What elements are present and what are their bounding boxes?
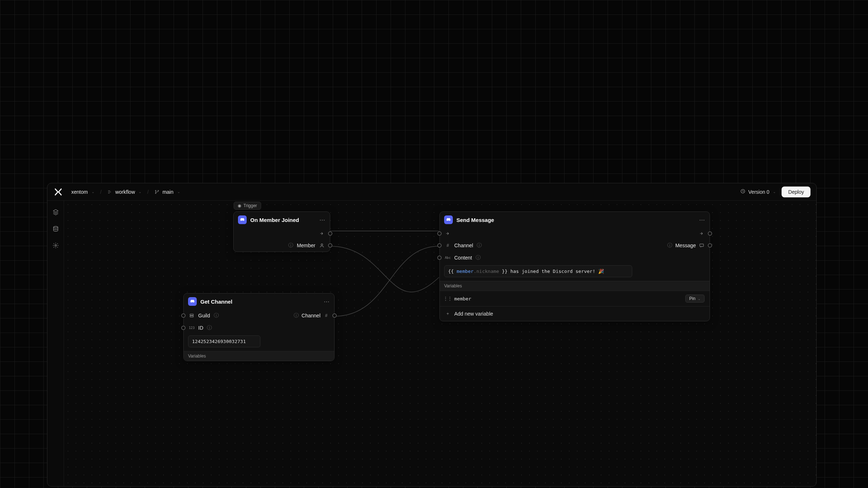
node-menu-button[interactable]: ⋯ <box>319 217 326 223</box>
input-channel-label: Channel <box>454 243 473 248</box>
version-label: Version 0 <box>748 189 769 195</box>
svg-point-0 <box>156 190 156 191</box>
node-get-channel[interactable]: Get Channel ⋯ Guild ⓘ ⓘ Channel # <box>183 293 335 361</box>
node-title: Get Channel <box>200 299 320 305</box>
io-row-guild-channel: Guild ⓘ ⓘ Channel # <box>184 309 334 322</box>
add-variable-label: Add new variable <box>454 311 493 317</box>
tmpl-prop: nickname <box>476 269 499 274</box>
port-out-message[interactable] <box>708 243 712 248</box>
branch-icon <box>154 189 159 194</box>
pin-selector[interactable]: Pin ⌄ <box>685 295 705 303</box>
output-channel-label: Channel <box>302 313 320 318</box>
chevron-updown-icon: ⌄ <box>92 190 94 194</box>
id-value: 1242523426930032731 <box>192 339 246 344</box>
info-icon[interactable]: ⓘ <box>214 312 219 319</box>
breadcrumb-separator: / <box>147 189 149 195</box>
flow-out-icon <box>699 231 705 236</box>
svg-point-2 <box>158 190 159 191</box>
text-icon: Abc <box>445 255 451 261</box>
version-selector[interactable]: Version 0 ⌄ <box>737 187 779 196</box>
sidebar-data-button[interactable] <box>50 223 61 235</box>
node-header: On Member Joined ⋯ <box>234 212 330 228</box>
tmpl-var: member <box>456 269 473 274</box>
database-icon <box>52 226 59 232</box>
info-icon[interactable]: ⓘ <box>476 254 481 261</box>
bolt-icon: ◉ <box>238 203 241 208</box>
breadcrumb-separator: / <box>100 189 102 195</box>
output-row-member: ⓘ Member <box>234 239 330 252</box>
workflow-canvas[interactable]: ◉ Trigger On Member Joined ⋯ <box>64 201 816 486</box>
info-icon[interactable]: ⓘ <box>207 325 212 331</box>
hash-icon: # <box>323 313 329 318</box>
input-id-label: ID <box>198 325 203 331</box>
pin-label: Pin <box>689 296 695 301</box>
node-menu-button[interactable]: ⋯ <box>324 298 330 305</box>
port-in-content[interactable] <box>437 256 442 260</box>
add-variable-button[interactable]: + Add new variable <box>440 306 710 321</box>
breadcrumb-branch[interactable]: main ⌄ <box>152 188 182 196</box>
discord-icon <box>238 215 247 224</box>
port-out-member[interactable] <box>328 243 332 248</box>
port-in-flow[interactable] <box>437 231 442 236</box>
chevron-updown-icon: ⌄ <box>698 297 701 301</box>
breadcrumb-org-label: xentom <box>71 189 88 195</box>
info-icon[interactable]: ⓘ <box>477 242 482 249</box>
tmpl-tail: has joined the Discord server! 🎉 <box>507 269 604 274</box>
number-icon: 123 <box>189 325 195 331</box>
port-out-flow[interactable] <box>708 231 712 236</box>
info-icon[interactable]: ⓘ <box>667 242 672 249</box>
node-send-message[interactable]: Send Message ⋯ <box>439 211 710 321</box>
app-logo[interactable] <box>53 187 63 197</box>
input-row-content: Abc Content ⓘ <box>440 252 710 264</box>
discord-icon <box>188 297 197 306</box>
svg-point-1 <box>156 193 156 193</box>
variable-row: ⋮⋮ member Pin ⌄ <box>440 291 710 306</box>
user-icon <box>319 243 325 248</box>
node-header: Get Channel ⋯ <box>184 294 334 309</box>
breadcrumb-org[interactable]: xentom ⌄ <box>69 188 97 196</box>
node-title: On Member Joined <box>250 217 316 223</box>
port-in-channel[interactable] <box>437 243 442 248</box>
server-icon <box>189 313 195 318</box>
node-tag-label: Trigger <box>243 203 257 208</box>
tmpl-open: {{ <box>448 269 456 274</box>
plus-icon: + <box>445 311 451 317</box>
output-label: Member <box>297 243 315 248</box>
layers-icon <box>52 209 59 215</box>
io-row-channel-message: # Channel ⓘ ⓘ Message <box>440 239 710 252</box>
svg-rect-9 <box>700 244 704 247</box>
port-in-id[interactable] <box>181 326 186 330</box>
port-out-channel[interactable] <box>332 313 337 318</box>
flow-out-icon <box>319 231 325 236</box>
breadcrumb-project[interactable]: workflow ⌄ <box>105 188 144 196</box>
discord-icon <box>444 215 453 224</box>
variables-section-header[interactable]: Variables <box>184 351 334 361</box>
info-icon[interactable]: ⓘ <box>288 242 293 249</box>
input-row-id: 123 ID ⓘ <box>184 322 334 334</box>
breadcrumb-branch-label: main <box>162 189 173 195</box>
svg-rect-8 <box>190 316 193 317</box>
info-icon[interactable]: ⓘ <box>294 312 299 319</box>
breadcrumb-project-label: workflow <box>115 189 135 195</box>
left-sidebar <box>47 201 64 486</box>
port-in-guild[interactable] <box>181 313 186 318</box>
variable-name: member <box>454 296 471 301</box>
sidebar-settings-button[interactable] <box>50 240 61 251</box>
node-title: Send Message <box>456 217 695 223</box>
app-body: ◉ Trigger On Member Joined ⋯ <box>47 201 816 486</box>
input-guild-label: Guild <box>198 313 210 318</box>
tmpl-close: }} <box>499 269 507 274</box>
output-row-flow <box>234 228 330 239</box>
id-value-input[interactable]: 1242523426930032731 <box>188 335 260 347</box>
node-menu-button[interactable]: ⋯ <box>699 217 705 223</box>
top-bar: xentom ⌄ / workflow ⌄ / main ⌄ <box>47 183 816 201</box>
port-out-flow[interactable] <box>328 231 332 236</box>
workflow-icon <box>107 189 112 194</box>
sidebar-layers-button[interactable] <box>50 206 61 218</box>
node-on-member-joined[interactable]: ◉ Trigger On Member Joined ⋯ <box>233 211 330 252</box>
content-template-input[interactable]: {{ member.nickname }} has joined the Dis… <box>444 265 632 277</box>
chevron-updown-icon: ⌄ <box>139 190 141 194</box>
variables-section-header[interactable]: Variables <box>440 281 710 291</box>
deploy-button[interactable]: Deploy <box>782 187 810 197</box>
drag-handle-icon[interactable]: ⋮⋮ <box>445 296 451 301</box>
